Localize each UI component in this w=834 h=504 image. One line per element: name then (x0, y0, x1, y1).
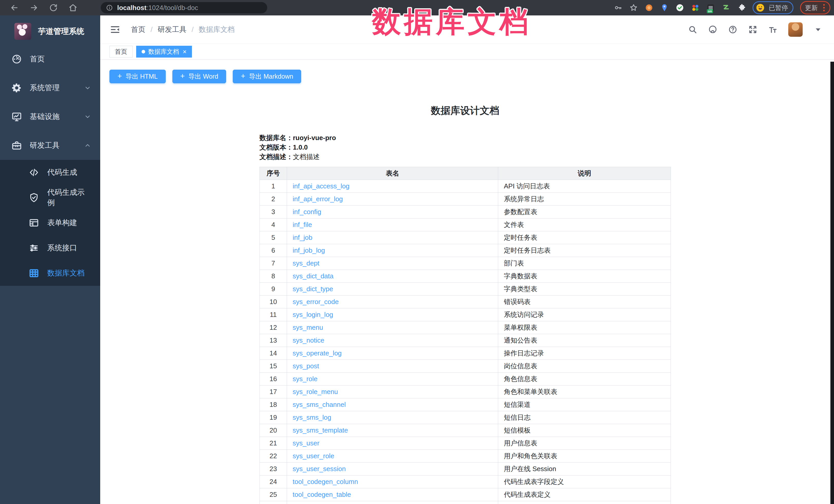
table-desc-cell: 文件表 (498, 218, 671, 231)
table-name-link[interactable]: sys_dict_data (293, 272, 333, 280)
forward-icon[interactable] (29, 3, 39, 12)
table-row: 21sys_user用户信息表 (260, 437, 671, 450)
table-name-link[interactable]: sys_login_log (293, 311, 333, 319)
dots-vertical-icon[interactable] (822, 3, 826, 12)
table-name-link[interactable]: sys_sms_log (293, 414, 331, 421)
table-name-link[interactable]: sys_role (293, 375, 317, 383)
table-name-cell: sys_dict_data (287, 270, 498, 283)
main-region: 首页/研发工具/数据库文档 首页数据库文档× +导出 HTML+导出 Word+… (100, 16, 834, 504)
row-index: 16 (260, 373, 287, 386)
sidebar-subitem-codegen[interactable]: 代码生成 (0, 160, 100, 185)
breadcrumb-item[interactable]: 首页 (131, 25, 146, 35)
row-index: 22 (260, 450, 287, 463)
tag-active[interactable]: 数据库文档× (136, 46, 192, 58)
extension-stack-icon[interactable]: on (706, 3, 715, 12)
row-index: 13 (260, 334, 287, 347)
extension-puzzle-icon[interactable] (737, 3, 746, 12)
row-index: 8 (260, 270, 287, 283)
tag-item[interactable]: 首页 (109, 46, 133, 58)
logo-avatar (15, 23, 31, 40)
row-index: 6 (260, 244, 287, 257)
row-index: 20 (260, 424, 287, 437)
table-name-link[interactable]: tool_codegen_column (293, 478, 358, 485)
sidebar-subitem-form-builder[interactable]: 表单构建 (0, 210, 100, 236)
url-bar[interactable]: localhost:1024/tool/db-doc (101, 2, 267, 13)
sidebar-subitem-codegen-demo[interactable]: 代码生成示例 (0, 185, 100, 210)
home-icon[interactable] (68, 3, 78, 12)
table-name-link[interactable]: sys_error_code (293, 298, 338, 306)
table-row: 22sys_user_role用户和角色关联表 (260, 450, 671, 463)
extension-check-icon[interactable] (676, 3, 684, 12)
search-icon[interactable] (688, 25, 697, 34)
caret-down-icon[interactable] (813, 25, 823, 34)
export-markdown-button[interactable]: +导出 Markdown (233, 70, 301, 83)
table-header-row: 序号表名说明 (260, 167, 671, 180)
export-html-button[interactable]: +导出 HTML (109, 70, 166, 83)
table-name-link[interactable]: sys_operate_log (293, 349, 342, 357)
sidebar-subitem-label: 系统接口 (47, 243, 77, 253)
chrome-update-button[interactable]: 更新 (800, 1, 830, 15)
table-name-link[interactable]: inf_config (293, 208, 321, 216)
table-name-link[interactable]: inf_file (293, 221, 312, 228)
table-name-link[interactable]: sys_sms_template (293, 426, 348, 434)
table-name-link[interactable]: sys_user (293, 439, 320, 447)
export-word-button[interactable]: +导出 Word (172, 70, 226, 83)
table-name-link[interactable]: inf_job_log (293, 246, 325, 254)
table-name-link[interactable]: inf_api_access_log (293, 182, 349, 190)
table-name-link[interactable]: sys_dept (293, 259, 320, 267)
github-icon[interactable] (708, 25, 717, 34)
breadcrumb-item[interactable]: 研发工具 (158, 25, 186, 35)
table-name-link[interactable]: tool_codegen_table (293, 491, 351, 498)
table-name-link[interactable]: sys_role_menu (293, 388, 338, 396)
table-name-link[interactable]: sys_user_session (293, 465, 346, 473)
sidebar-item-label: 研发工具 (30, 140, 60, 151)
sidebar: 芋道管理系统 首页系统管理基础设施研发工具 代码生成代码生成示例表单构建系统接口… (0, 16, 100, 504)
row-index: 14 (260, 347, 287, 360)
table-name-cell: tool_codegen_column (287, 476, 498, 488)
table-name-link[interactable]: inf_job (293, 234, 312, 241)
table-desc-cell: 角色和菜单关联表 (498, 386, 671, 398)
extension-orange-icon[interactable] (645, 3, 653, 12)
close-icon[interactable]: × (183, 48, 186, 55)
table-name-link[interactable]: sys_post (293, 362, 319, 370)
table-row: 12sys_menu菜单权限表 (260, 321, 671, 334)
sidebar-item-home[interactable]: 首页 (0, 45, 100, 73)
page-scrollbar[interactable] (830, 62, 834, 504)
fullscreen-icon[interactable] (748, 25, 758, 34)
info-icon[interactable] (106, 4, 113, 11)
user-avatar[interactable] (788, 22, 803, 37)
sidebar-item-system-mgmt[interactable]: 系统管理 (0, 73, 100, 102)
meta-value: ruoyi-vue-pro (293, 134, 336, 141)
extension-pin-icon[interactable] (660, 3, 669, 12)
table-name-link[interactable]: sys_notice (293, 336, 324, 344)
table-name-cell: sys_sms_channel (287, 398, 498, 411)
profile-paused-badge[interactable]: 已暂停 (752, 1, 793, 14)
url-text: localhost:1024/tool/db-doc (117, 4, 198, 12)
table-name-link[interactable]: sys_sms_channel (293, 401, 346, 409)
table-name-link[interactable]: inf_api_error_log (293, 195, 343, 203)
table-row: 10sys_error_code错误码表 (260, 295, 671, 308)
back-icon[interactable] (10, 3, 19, 12)
extension-leaf-icon[interactable] (722, 3, 730, 12)
bookmark-star-icon[interactable] (629, 3, 638, 12)
sidebar-item-dev-tools[interactable]: 研发工具 (0, 131, 100, 160)
breadcrumb-separator: / (151, 25, 153, 34)
table-name-link[interactable]: sys_menu (293, 324, 323, 331)
sidebar-subitem-system-api[interactable]: 系统接口 (0, 236, 100, 261)
key-icon[interactable] (614, 3, 622, 12)
table-name-link[interactable]: sys_dict_type (293, 285, 333, 293)
app-logo-row[interactable]: 芋道管理系统 (0, 19, 100, 44)
font-size-icon[interactable] (768, 25, 777, 34)
row-index: 15 (260, 360, 287, 373)
sidebar-item-infrastructure[interactable]: 基础设施 (0, 102, 100, 131)
reload-icon[interactable] (49, 3, 58, 12)
help-icon[interactable] (728, 25, 738, 34)
extension-grid-icon[interactable] (691, 3, 700, 12)
table-row: 13sys_notice通知公告表 (260, 334, 671, 347)
sidebar-subitem-db-doc[interactable]: 数据库文档 (0, 261, 100, 286)
table-row: 4inf_file文件表 (260, 218, 671, 231)
collapse-sidebar-icon[interactable] (109, 24, 121, 35)
form-icon (29, 218, 39, 228)
table-row: 24tool_codegen_column代码生成表字段定义 (260, 476, 671, 488)
table-name-link[interactable]: sys_user_role (293, 452, 334, 460)
